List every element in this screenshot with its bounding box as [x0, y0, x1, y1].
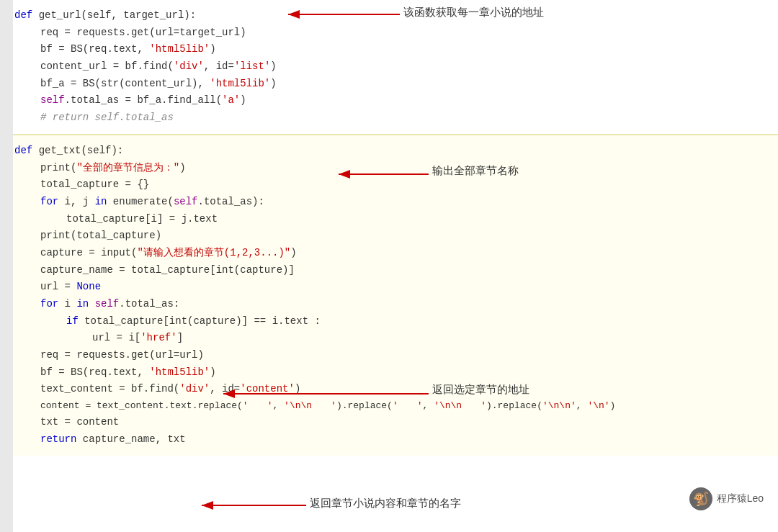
- line-b7: capture = input("请输入想看的章节(1,2,3...)"): [0, 245, 778, 262]
- line-2: req = requests.get(url=target_url): [0, 24, 778, 42]
- line-b3: total_capture = {}: [0, 176, 778, 194]
- line-7: # return self.total_as: [0, 109, 778, 127]
- line-b10: for i in self.total_as:: [0, 296, 778, 313]
- code-block-bottom: def get_txt(self): print("全部的章节信息为：") to…: [0, 143, 778, 448]
- line-3: bf = BS(req.text, 'html5lib'): [0, 41, 778, 58]
- line-b13: req = requests.get(url=url): [0, 347, 778, 364]
- line-b18: return capture_name, txt: [0, 431, 778, 448]
- line-b9: url = None: [0, 279, 778, 296]
- line-b1: def get_txt(self):: [0, 143, 778, 160]
- line-b6: print(total_capture): [0, 227, 778, 245]
- logo-text: 程序猿Leo: [717, 492, 764, 505]
- line-b11: if total_capture[int(capture)] == i.text…: [0, 313, 778, 330]
- line-b14: bf = BS(req.text, 'html5lib'): [0, 364, 778, 382]
- line-b12: url = i['href']: [0, 330, 778, 347]
- line-b5: total_capture[i] = j.text: [0, 211, 778, 228]
- line-6: self.total_as = bf_a.find_all('a'): [0, 92, 778, 109]
- code-block-top: def get_url(self, target_url): req = req…: [0, 7, 778, 127]
- logo-area: 🐒 程序猿Leo: [689, 487, 764, 510]
- section-bottom: def get_txt(self): print("全部的章节信息为：") to…: [0, 135, 778, 456]
- line-b8: capture_name = total_capture[int(capture…: [0, 262, 778, 279]
- line-b17: txt = content: [0, 414, 778, 431]
- annotation-text-4: 返回章节小说内容和章节的名字: [310, 497, 461, 510]
- code-container: def get_url(self, target_url): req = req…: [0, 0, 778, 532]
- line-1: def get_url(self, target_url):: [0, 7, 778, 24]
- line-b16: content = text_content.text.replace(' ',…: [0, 398, 778, 414]
- logo-icon: 🐒: [689, 487, 712, 510]
- line-5: bf_a = BS(str(content_url), 'html5lib'): [0, 76, 778, 93]
- section-top: def get_url(self, target_url): req = req…: [0, 0, 778, 135]
- line-b15: text_content = bf.find('div', id='conten…: [0, 381, 778, 398]
- line-b4: for i, j in enumerate(self.total_as):: [0, 194, 778, 211]
- line-b2: print("全部的章节信息为："): [0, 160, 778, 177]
- line-4: content_url = bf.find('div', id='list'): [0, 58, 778, 76]
